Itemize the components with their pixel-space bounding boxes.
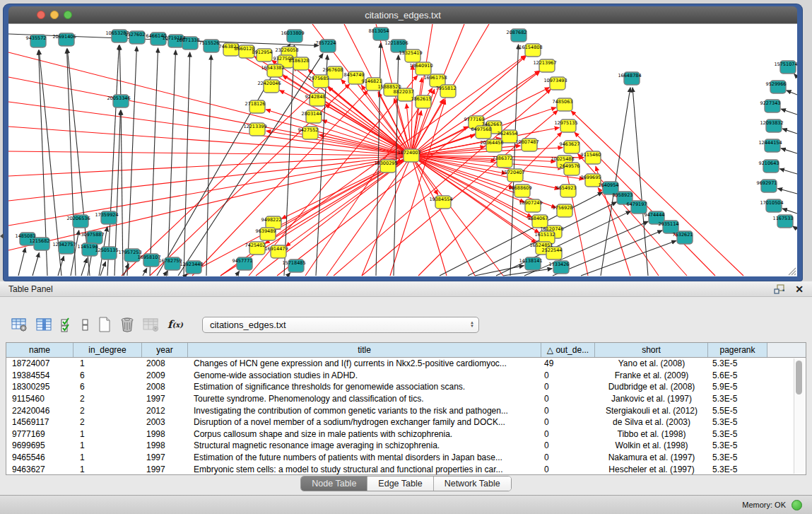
column-header-in_degree[interactable]: in_degree <box>73 343 142 357</box>
column-header-name[interactable]: name <box>6 343 73 357</box>
table-cell: 1 <box>73 429 142 439</box>
graph-edge[interactable] <box>119 45 121 101</box>
graph-node-label: 8822037 <box>394 89 414 95</box>
graph-edge[interactable] <box>794 74 797 77</box>
function-builder-icon[interactable]: f(x) <box>167 318 183 331</box>
graph-edge[interactable] <box>236 271 240 276</box>
graph-edge[interactable] <box>787 90 797 95</box>
graph-edge[interactable] <box>127 47 136 276</box>
graph-edge[interactable] <box>143 268 147 276</box>
new-column-icon[interactable] <box>98 317 112 332</box>
canvas-resize-grip[interactable] <box>787 266 796 276</box>
column-header-year[interactable]: year <box>142 343 188 357</box>
tab-node-table[interactable]: Node Table <box>301 477 367 491</box>
graph-edge[interactable] <box>167 50 176 276</box>
table-header-row: namein_degreeyeartitle△ out_de...shortpa… <box>6 343 806 358</box>
table-vertical-scrollbar[interactable] <box>794 358 805 474</box>
table-cell: 22420046 <box>6 406 73 416</box>
table-row[interactable]: 1456911722003Disruption of a novel membe… <box>6 416 806 428</box>
clear-selection-icon[interactable] <box>81 317 90 332</box>
graph-edge[interactable] <box>8 127 411 156</box>
table-cell: 0 <box>541 394 595 404</box>
graph-edge[interactable] <box>781 109 797 115</box>
table-cell: 2008 <box>142 382 188 392</box>
graph-edge[interactable] <box>150 48 158 276</box>
network-canvas[interactable]: 9435572206914061065328715276026466140107… <box>8 23 797 276</box>
table-cell: 2003 <box>142 417 188 427</box>
show-columns-icon[interactable] <box>36 317 53 332</box>
table-cell: Stergiakouli et al. (2012) <box>595 406 708 416</box>
graph-node-label: 13325419 <box>399 50 422 56</box>
table-row[interactable]: 946554611997Estimation of the future num… <box>6 452 806 464</box>
table-row[interactable]: 911546021997Tourette syndrome. Phenomeno… <box>6 393 806 405</box>
graph-edge[interactable] <box>122 79 329 276</box>
graph-edge[interactable] <box>411 156 503 276</box>
column-header-pagerank[interactable]: pagerank <box>708 343 767 357</box>
graph-edge[interactable] <box>578 154 687 276</box>
table-toolbar: f(x) citations_edges.txt ▲▼ <box>11 314 479 335</box>
graph-node-label: 9115460 <box>581 152 601 158</box>
delete-column-icon[interactable] <box>119 317 135 332</box>
column-header-out_de[interactable]: △ out_de... <box>541 343 595 357</box>
tab-edge-table[interactable]: Edge Table <box>367 477 433 491</box>
graph-edge[interactable] <box>411 65 413 156</box>
graph-edge[interactable] <box>782 129 797 134</box>
table-cell: 1997 <box>142 465 188 474</box>
network-canvas-svg[interactable]: 9435572206914061065328715276026466140107… <box>8 24 797 276</box>
float-panel-icon[interactable] <box>774 284 785 294</box>
table-row[interactable]: 946362711997Embryonic stem cells: a mode… <box>6 463 806 475</box>
table-cell: Estimation of significance thresholds fo… <box>188 382 541 392</box>
graph-edge[interactable] <box>164 271 167 276</box>
scrollbar-thumb[interactable] <box>796 361 802 395</box>
graph-edge[interactable] <box>288 273 290 276</box>
graph-node-label: 20691406 <box>52 34 76 40</box>
table-row[interactable]: 1830029562008Estimation of significance … <box>6 381 806 393</box>
column-header-title[interactable]: title <box>188 343 541 357</box>
network-window-titlebar[interactable]: citations_edges.txt <box>8 6 797 23</box>
table-row[interactable]: 977716911998Corpus callosum shape and si… <box>6 428 806 440</box>
table-cell: Structural magnetic resonance image aver… <box>188 440 541 450</box>
table-cell: 0 <box>541 465 595 474</box>
select-all-icon[interactable] <box>61 317 73 332</box>
graph-edge[interactable] <box>81 258 87 276</box>
graph-edge[interactable] <box>107 45 119 276</box>
graph-edge[interactable] <box>778 188 797 194</box>
table-cell: 5.9E-5 <box>708 382 767 392</box>
graph-edge[interactable] <box>411 156 475 276</box>
graph-edge[interactable] <box>782 209 797 214</box>
table-row[interactable]: 1938455462009Genome-wide association stu… <box>6 370 806 382</box>
graph-edge[interactable] <box>33 252 39 276</box>
graph-node-label: 9146821 <box>362 78 382 84</box>
delete-table-icon[interactable] <box>143 317 160 332</box>
tab-network-table[interactable]: Network Table <box>434 477 511 491</box>
graph-node-label: 9242848 <box>305 94 326 100</box>
table-cell: 14569117 <box>6 417 73 427</box>
table-cell: 1 <box>73 440 142 450</box>
graph-node-label: 7485063 <box>553 99 573 105</box>
table-cell: de Silva et al. (2003) <box>595 417 708 427</box>
graph-edge[interactable] <box>411 156 563 168</box>
graph-node-label: 16961758 <box>423 75 447 81</box>
graph-edge[interactable] <box>18 248 25 276</box>
graph-node-label: 9463627 <box>560 141 580 147</box>
graph-edge[interactable] <box>571 111 743 276</box>
graph-node-label: 9756928 <box>553 205 573 211</box>
graph-edge[interactable] <box>8 156 411 250</box>
table-cell: 2012 <box>142 406 188 416</box>
table-row[interactable]: 969969511998Structural magnetic resonanc… <box>6 440 806 452</box>
graph-edge[interactable] <box>266 110 411 156</box>
column-header-short[interactable]: short <box>595 343 708 357</box>
graph-edge[interactable] <box>781 148 797 153</box>
graph-edge[interactable] <box>779 169 797 174</box>
graph-node-label: 30975887 <box>81 232 104 238</box>
table-cell: Yano et al. (2008) <box>595 358 708 368</box>
close-panel-icon[interactable]: ✕ <box>795 284 804 294</box>
table-mode-icon[interactable] <box>11 317 28 332</box>
graph-edge[interactable] <box>793 226 797 229</box>
graph-node-label: 20053346 <box>107 95 130 101</box>
graph-edge[interactable] <box>184 52 190 276</box>
table-row[interactable]: 1872400712008Changes of HCN gene express… <box>6 358 806 370</box>
table-source-select[interactable]: citations_edges.txt ▲▼ <box>202 317 479 333</box>
collapse-panel-arrow-icon[interactable] <box>0 233 4 239</box>
table-row[interactable]: 2242004622012Investigating the contribut… <box>6 404 806 416</box>
